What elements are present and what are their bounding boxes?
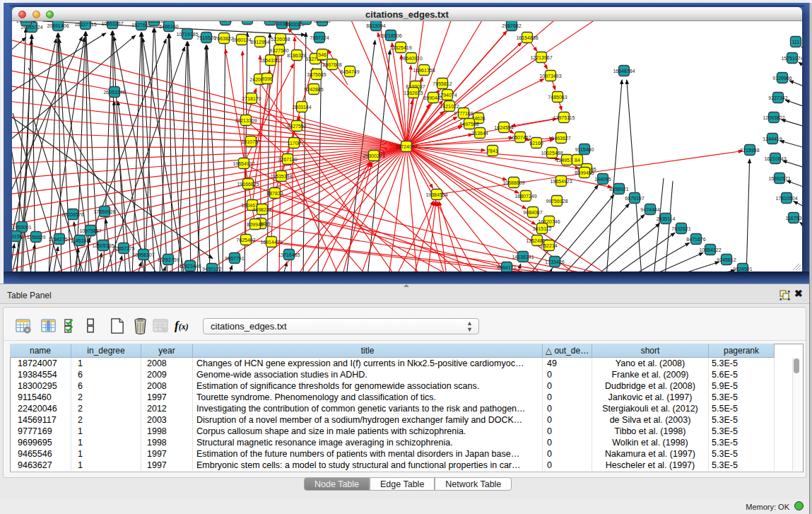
svg-text:213644: 213644 [471,131,488,136]
svg-text:6497568: 6497568 [459,122,478,127]
svg-text:9242845: 9242845 [304,87,323,92]
svg-text:9463627: 9463627 [551,136,570,141]
svg-text:7663822: 7663822 [214,36,233,41]
svg-text:2718170: 2718170 [242,96,261,101]
svg-text:16543362: 16543362 [259,58,281,63]
svg-text:8099495: 8099495 [575,170,594,175]
svg-text:10688609: 10688609 [502,180,524,185]
svg-text:111: 111 [792,40,800,45]
svg-text:252214: 252214 [541,243,557,248]
svg-text:1421022: 1421022 [440,104,459,109]
svg-text:9474444: 9474444 [640,207,659,212]
svg-text:9084067: 9084067 [523,210,542,215]
svg-text:7955812: 7955812 [433,81,452,86]
svg-text:7485063: 7485063 [548,95,567,100]
svg-text:9450122: 9450122 [202,267,221,271]
svg-text:16961758: 16961758 [413,68,435,73]
svg-text:8454749: 8454749 [340,69,359,74]
svg-text:3875685: 3875685 [307,72,326,77]
svg-text:1615112: 1615112 [533,226,552,231]
svg-text:9129966: 9129966 [772,76,792,81]
svg-text:10025488: 10025488 [541,151,563,156]
svg-text:7625402: 7625402 [236,238,255,243]
svg-text:12342757: 12342757 [48,237,70,242]
svg-text:11700: 11700 [288,141,301,146]
svg-text:17859928: 17859928 [93,209,115,214]
svg-text:16914479: 16914479 [260,240,282,245]
svg-text:887833: 887833 [266,191,283,196]
svg-text:1244419: 1244419 [763,136,782,141]
svg-text:7841: 7841 [487,148,498,153]
svg-text:1362615: 1362615 [404,90,423,95]
svg-text:18807249: 18807249 [514,194,536,199]
svg-text:1156829: 1156829 [27,235,46,240]
svg-text:20691406: 20691406 [47,23,69,28]
svg-text:19384554: 19384554 [425,192,447,197]
svg-text:15692571: 15692571 [768,176,790,181]
svg-text:8813094: 8813094 [366,23,385,28]
svg-text:9396: 9396 [261,76,273,81]
svg-text:10653267: 10653267 [101,21,123,26]
svg-text:6679197: 6679197 [625,196,644,201]
svg-text:6466160: 6466160 [159,24,178,29]
svg-text:17810504: 17810504 [775,196,797,201]
svg-text:12093822: 12093822 [763,115,784,120]
svg-text:881309: 881309 [314,21,330,23]
svg-text:19218506: 19218506 [379,33,401,38]
svg-text:9245612: 9245612 [717,257,736,262]
svg-text:7515526: 7515526 [196,35,216,40]
svg-text:12505135: 12505135 [92,243,114,248]
svg-text:13716485: 13716485 [278,252,300,257]
svg-text:82319: 82319 [240,21,254,22]
svg-text:8471676: 8471676 [686,237,705,242]
svg-text:14136141: 14136141 [512,255,534,259]
svg-text:13325419: 13325419 [389,45,411,50]
svg-text:10507457: 10507457 [509,135,531,140]
svg-text:26053346: 26053346 [103,90,125,95]
svg-text:19166825: 19166825 [237,182,259,187]
svg-text:16154838: 16154838 [516,35,538,40]
svg-text:16923: 16923 [299,21,313,22]
svg-text:19654923: 19654923 [550,179,572,184]
svg-text:8215958: 8215958 [740,148,759,153]
svg-text:9227342: 9227342 [768,95,787,100]
svg-text:10654122: 10654122 [699,247,721,252]
svg-text:9115460: 9115460 [575,147,594,152]
svg-text:18640910: 18640910 [400,56,422,61]
svg-text:1527602: 1527602 [131,23,151,28]
svg-text:16782759: 16782759 [157,257,179,262]
svg-text:18724007: 18724007 [395,144,417,149]
svg-text:8064171: 8064171 [497,265,516,270]
svg-text:12213309: 12213309 [235,118,257,123]
svg-text:8427552: 8427552 [287,124,306,129]
svg-text:6794074: 6794074 [437,93,457,98]
svg-text:8912954: 8912954 [250,40,269,45]
svg-text:39159: 39159 [12,234,23,239]
svg-text:7632621: 7632621 [671,226,690,231]
svg-text:1953001: 1953001 [12,225,31,230]
svg-text:10975887: 10975887 [79,228,101,233]
svg-text:2935114: 2935114 [657,216,676,221]
svg-text:9777169: 9777169 [454,111,473,116]
svg-text:9327500: 9327500 [269,48,288,53]
svg-text:12923446: 12923446 [179,264,201,269]
svg-text:8186328: 8186328 [287,53,306,58]
svg-text:144095: 144095 [594,177,611,182]
svg-text:2967608: 2967608 [322,62,341,67]
svg-text:20206576: 20206576 [61,212,83,217]
svg-text:84: 84 [575,158,580,163]
svg-text:546: 546 [318,52,326,57]
svg-text:1010757: 1010757 [241,139,260,144]
svg-text:16648784: 16648784 [613,69,635,74]
svg-text:10719185: 10719185 [176,32,198,37]
svg-text:11535394: 11535394 [271,174,293,179]
svg-text:116753: 116753 [786,216,802,221]
svg-text:809948: 809948 [247,222,263,227]
svg-text:7857224: 7857224 [310,35,329,40]
svg-text:29300273: 29300273 [363,153,384,158]
svg-text:77314: 77314 [263,21,277,23]
svg-text:19654937: 19654937 [233,161,254,166]
svg-text:8958921: 8958921 [609,187,628,192]
svg-text:5226058: 5226058 [271,37,290,42]
svg-text:13975115: 13975115 [553,115,575,120]
